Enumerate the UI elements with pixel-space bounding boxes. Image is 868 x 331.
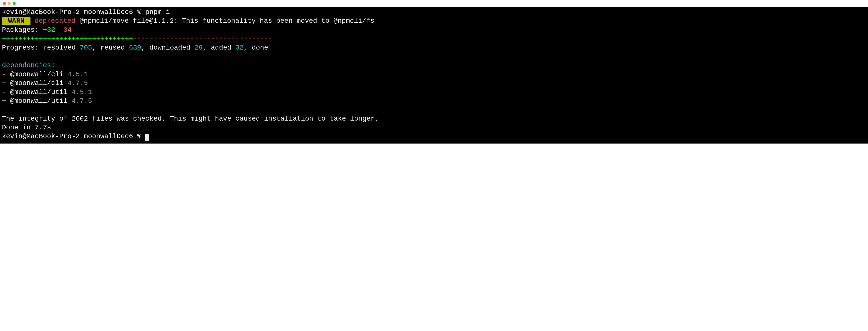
dep-row: + @moonwall/util 4.7.5 [2,97,92,105]
integrity-line: The integrity of 2602 files was checked.… [2,115,379,122]
close-icon[interactable] [3,2,6,5]
maximize-icon[interactable] [13,2,16,5]
minimize-icon[interactable] [8,2,11,5]
terminal-output[interactable]: kevin@MacBook-Pro-2 moonwallDec6 % pnpm … [0,7,868,143]
deprecated-label: deprecated [35,17,75,25]
prompt-line: kevin@MacBook-Pro-2 moonwallDec6 % [2,133,149,140]
packages-line: Packages: +32 -34 [2,26,72,34]
warn-line: WARN deprecated @npmcli/move-file@1.1.2:… [2,17,374,25]
command-text: pnpm i [145,8,170,16]
cursor-icon [145,134,149,141]
prompt-line: kevin@MacBook-Pro-2 moonwallDec6 % pnpm … [2,8,170,16]
progress-bar: ++++++++++++++++++++++++++++++++--------… [2,35,272,43]
dep-row: + @moonwall/cli 4.7.5 [2,79,88,87]
warn-badge: WARN [2,17,30,25]
dep-row: - @moonwall/util 4.5.1 [2,88,92,96]
done-line: Done in 7.7s [2,124,51,131]
titlebar [0,0,868,7]
dependencies-header: dependencies: [2,61,55,69]
progress-line: Progress: resolved 705, reused 639, down… [2,44,268,52]
terminal-window: kevin@MacBook-Pro-2 moonwallDec6 % pnpm … [0,0,868,143]
dep-row: - @moonwall/cli 4.5.1 [2,71,88,78]
